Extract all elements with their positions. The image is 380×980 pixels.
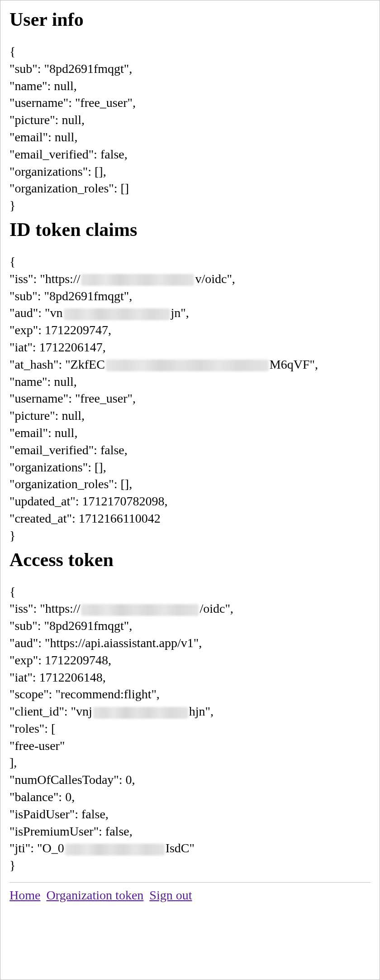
at-iat: 1712206148 [39, 670, 103, 684]
user-username: free_user [80, 96, 127, 110]
id-token-json: { "iss": "https://v/oidc", "sub": "8pd26… [10, 253, 370, 544]
at-exp: 1712209748 [45, 653, 108, 667]
at-scope: recommend:flight [61, 687, 152, 701]
at-jti-prefix: O_0 [42, 841, 64, 855]
id-email-verified: false [100, 443, 124, 457]
user-organization-roles: [] [121, 181, 129, 195]
id-iss-prefix: https:// [45, 272, 81, 286]
user-info-json: { "sub": "8pd2691fmqgt", "name": null, "… [10, 43, 370, 214]
user-email-verified: false [100, 147, 124, 161]
at-ispremium: false [105, 824, 129, 838]
at-clientid-prefix: vnj [76, 704, 92, 718]
id-updated-at: 1712170782098 [82, 494, 164, 508]
user-picture: null [62, 113, 81, 127]
id-aud-suffix: jn [171, 306, 181, 320]
at-balance: 0 [65, 790, 71, 804]
redacted-region [81, 604, 199, 616]
user-name: null [54, 79, 74, 93]
footer-nav: Home Organization token Sign out [10, 888, 370, 903]
home-link[interactable]: Home [10, 888, 40, 902]
at-jti-suffix: IsdC [166, 841, 190, 855]
at-ispaid: false [81, 807, 105, 821]
access-token-json: { "iss": "https:///oidc", "sub": "8pd269… [10, 583, 370, 874]
redacted-region [65, 844, 165, 855]
id-token-heading: ID token claims [10, 219, 370, 240]
at-clientid-suffix: hjn [189, 704, 205, 718]
id-aud-prefix: vn [50, 306, 63, 320]
id-iat: 1712206147 [39, 340, 103, 354]
id-athash-suffix: M6qVF [270, 357, 310, 371]
at-sub: 8pd2691fmqgt [49, 619, 124, 633]
id-organizations: [] [95, 460, 103, 474]
id-sub: 8pd2691fmqgt [49, 289, 124, 303]
at-numcalls: 0 [126, 773, 132, 787]
access-token-heading: Access token [10, 549, 370, 571]
id-athash-prefix: ZkfEC [71, 357, 105, 371]
at-iss-suffix: /oidc [200, 601, 225, 615]
redacted-region [93, 707, 188, 719]
id-iss-suffix: v/oidc [195, 272, 227, 286]
at-aud: https://api.aiassistant.app/v1 [50, 636, 194, 650]
redacted-region [64, 308, 170, 320]
id-email: null [55, 426, 75, 440]
id-organization-roles: [] [121, 477, 129, 491]
user-info-heading: User info [10, 9, 370, 30]
user-sub: 8pd2691fmqgt [49, 62, 124, 76]
redacted-region [106, 360, 269, 371]
at-iss-prefix: https:// [45, 601, 81, 615]
at-role-item: free-user [14, 739, 59, 753]
user-organizations: [] [95, 164, 103, 178]
redacted-region [81, 274, 194, 286]
id-name: null [54, 375, 74, 389]
id-created-at: 1712166110042 [79, 511, 161, 525]
id-picture: null [62, 408, 81, 423]
id-username: free_user [80, 391, 127, 405]
organization-token-link[interactable]: Organization token [46, 888, 143, 902]
sign-out-link[interactable]: Sign out [149, 888, 192, 902]
user-email: null [55, 130, 75, 144]
divider [10, 882, 370, 883]
id-exp: 1712209747 [45, 323, 108, 337]
